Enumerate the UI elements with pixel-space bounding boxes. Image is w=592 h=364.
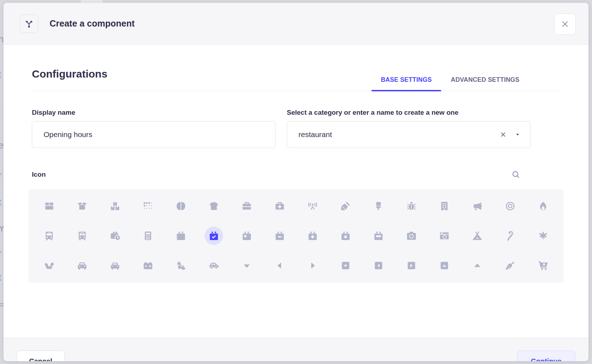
- icon-option-cannabis[interactable]: [526, 221, 559, 251]
- calendar-times-icon: [340, 231, 351, 241]
- campground-icon: [472, 231, 483, 241]
- burn-icon: [538, 201, 548, 211]
- icon-option-camera-retro[interactable]: [428, 221, 461, 251]
- icon-option-caret-right[interactable]: [296, 251, 329, 280]
- icon-option-calendar[interactable]: [164, 221, 197, 251]
- icon-option-bus-alt[interactable]: [66, 221, 98, 251]
- bug-icon: [406, 201, 417, 211]
- icon-option-cart-arrow-down[interactable]: [526, 251, 559, 280]
- broom-icon: [340, 201, 351, 211]
- icon-option-car-alt[interactable]: [98, 251, 131, 280]
- cancel-button[interactable]: Cancel: [17, 351, 65, 362]
- caret-square-left-icon: [373, 260, 384, 271]
- calendar-check-icon: [209, 231, 219, 241]
- icon-option-box[interactable]: [33, 191, 66, 221]
- icon-option-camera[interactable]: [395, 221, 428, 251]
- icon-option-bug[interactable]: [395, 191, 428, 221]
- icon-option-broom[interactable]: [329, 191, 362, 221]
- bus-icon: [44, 231, 55, 241]
- caret-down-icon: [241, 260, 252, 271]
- icon-option-candy-cane[interactable]: [494, 221, 526, 251]
- braille-icon: [143, 201, 153, 211]
- icon-option-car-battery[interactable]: [131, 251, 164, 280]
- icon-option-calendar-times[interactable]: [329, 221, 362, 251]
- icon-option-bullseye[interactable]: [494, 191, 526, 221]
- capsules-icon: [44, 260, 55, 271]
- continue-button[interactable]: Continue: [517, 351, 575, 362]
- modal-footer: Cancel Continue: [4, 338, 588, 361]
- icon-option-brain[interactable]: [164, 191, 197, 221]
- category-select[interactable]: restaurant: [287, 121, 530, 148]
- icon-option-calculator[interactable]: [131, 221, 164, 251]
- create-component-modal: Create a component Configurations BASE S…: [4, 3, 588, 361]
- icon-option-calendar-minus[interactable]: [263, 221, 296, 251]
- icon-option-bullhorn[interactable]: [461, 191, 494, 221]
- icon-option-calendar-day[interactable]: [230, 221, 263, 251]
- icon-option-briefcase-medical[interactable]: [263, 191, 296, 221]
- icon-option-car-crash[interactable]: [164, 251, 197, 280]
- brain-icon: [176, 201, 186, 211]
- icon-option-calendar-week[interactable]: [362, 221, 395, 251]
- calendar-plus-icon: [307, 231, 318, 241]
- calendar-day-icon: [241, 231, 252, 241]
- boxes-icon: [110, 201, 120, 211]
- icon-option-broadcast-tower[interactable]: [296, 191, 329, 221]
- search-icon[interactable]: [511, 170, 520, 179]
- icon-option-boxes[interactable]: [98, 191, 131, 221]
- icon-option-campground[interactable]: [461, 221, 494, 251]
- display-name-label: Display name: [32, 109, 275, 116]
- icon-section-header: Icon: [32, 170, 560, 179]
- calendar-minus-icon: [274, 231, 285, 241]
- icon-option-burn[interactable]: [526, 191, 559, 221]
- close-button[interactable]: [554, 13, 576, 35]
- icon-option-building[interactable]: [428, 191, 461, 221]
- modal-body: Configurations BASE SETTINGS ADVANCED SE…: [4, 68, 588, 338]
- briefcase-medical-icon: [274, 201, 285, 211]
- icon-option-calendar-check[interactable]: [197, 221, 230, 251]
- page-title: Configurations: [32, 68, 107, 91]
- bus-alt-icon: [77, 231, 87, 241]
- icon-option-caret-square-left[interactable]: [362, 251, 395, 280]
- display-name-field-group: Display name: [32, 109, 275, 148]
- icon-option-caret-square-right[interactable]: [395, 251, 428, 280]
- display-name-input[interactable]: [32, 121, 275, 148]
- modal-title: Create a component: [50, 18, 135, 29]
- icon-option-caret-up[interactable]: [461, 251, 494, 280]
- settings-tabs: BASE SETTINGS ADVANCED SETTINGS: [371, 71, 529, 91]
- category-label: Select a category or enter a name to cre…: [287, 109, 530, 116]
- icon-option-bus[interactable]: [33, 221, 66, 251]
- icon-option-bread-slice[interactable]: [197, 191, 230, 221]
- camera-icon: [406, 231, 417, 241]
- icon-option-briefcase[interactable]: [230, 191, 263, 221]
- carrot-icon: [505, 260, 516, 271]
- brush-icon: [373, 201, 384, 211]
- category-selected-value: restaurant: [298, 130, 499, 139]
- icon-option-caret-square-up[interactable]: [428, 251, 461, 280]
- icon-option-box-open[interactable]: [66, 191, 98, 221]
- icon-option-brush[interactable]: [362, 191, 395, 221]
- caret-square-up-icon: [439, 260, 450, 271]
- icon-option-car-side[interactable]: [197, 251, 230, 280]
- icon-label: Icon: [32, 171, 46, 178]
- icon-option-caret-down[interactable]: [230, 251, 263, 280]
- icon-option-business-time[interactable]: [98, 221, 131, 251]
- icon-option-capsules[interactable]: [33, 251, 66, 280]
- calculator-icon: [143, 231, 153, 241]
- cart-arrow-down-icon: [538, 260, 548, 271]
- clear-selection-icon[interactable]: [499, 130, 507, 139]
- icon-option-carrot[interactable]: [494, 251, 526, 280]
- icon-option-caret-left[interactable]: [263, 251, 296, 280]
- bread-slice-icon: [209, 201, 219, 211]
- car-battery-icon: [143, 260, 153, 271]
- close-icon: [560, 19, 570, 29]
- bullseye-icon: [505, 201, 516, 211]
- caret-square-down-icon: [340, 260, 351, 271]
- icon-option-braille[interactable]: [131, 191, 164, 221]
- icon-option-car[interactable]: [66, 251, 98, 280]
- icon-option-calendar-plus[interactable]: [296, 221, 329, 251]
- component-branch-icon: [20, 15, 38, 33]
- icon-option-caret-square-down[interactable]: [329, 251, 362, 280]
- chevron-down-icon[interactable]: [514, 131, 521, 138]
- tab-base-settings[interactable]: BASE SETTINGS: [371, 71, 442, 91]
- tab-advanced-settings[interactable]: ADVANCED SETTINGS: [441, 71, 529, 91]
